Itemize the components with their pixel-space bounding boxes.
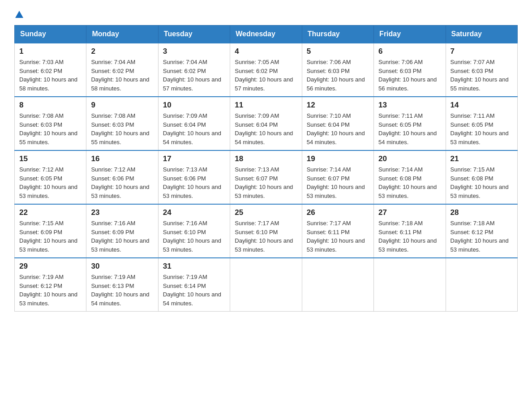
sunset-label: Sunset: 6:05 PM bbox=[378, 121, 421, 128]
daylight-label: Daylight: 10 hours and 53 minutes. bbox=[91, 184, 149, 199]
day-info: Sunrise: 7:09 AM Sunset: 6:04 PM Dayligh… bbox=[163, 111, 225, 146]
day-number: 6 bbox=[378, 47, 441, 56]
daylight-label: Daylight: 10 hours and 53 minutes. bbox=[378, 184, 437, 199]
sunrise-label: Sunrise: 7:09 AM bbox=[163, 112, 207, 119]
calendar-cell: 25 Sunrise: 7:17 AM Sunset: 6:10 PM Dayl… bbox=[230, 204, 302, 258]
col-header-sunday: Sunday bbox=[15, 26, 86, 43]
sunrise-label: Sunrise: 7:15 AM bbox=[450, 166, 495, 173]
daylight-label: Daylight: 10 hours and 54 minutes. bbox=[163, 291, 221, 307]
daylight-label: Daylight: 10 hours and 53 minutes. bbox=[19, 237, 77, 253]
day-number: 2 bbox=[91, 47, 153, 56]
daylight-label: Daylight: 10 hours and 54 minutes. bbox=[163, 130, 221, 146]
calendar-cell: 10 Sunrise: 7:09 AM Sunset: 6:04 PM Dayl… bbox=[158, 97, 230, 150]
daylight-label: Daylight: 10 hours and 56 minutes. bbox=[307, 76, 365, 92]
calendar-cell: 1 Sunrise: 7:03 AM Sunset: 6:02 PM Dayli… bbox=[15, 43, 86, 97]
col-header-monday: Monday bbox=[86, 26, 158, 43]
calendar-cell: 31 Sunrise: 7:19 AM Sunset: 6:14 PM Dayl… bbox=[158, 258, 230, 312]
daylight-label: Daylight: 10 hours and 54 minutes. bbox=[235, 130, 293, 146]
sunrise-label: Sunrise: 7:07 AM bbox=[450, 59, 495, 65]
calendar-cell: 22 Sunrise: 7:15 AM Sunset: 6:09 PM Dayl… bbox=[15, 204, 86, 258]
day-info: Sunrise: 7:06 AM Sunset: 6:03 PM Dayligh… bbox=[307, 58, 369, 93]
sunset-label: Sunset: 6:12 PM bbox=[450, 229, 493, 235]
day-info: Sunrise: 7:19 AM Sunset: 6:14 PM Dayligh… bbox=[163, 273, 225, 308]
day-info: Sunrise: 7:13 AM Sunset: 6:07 PM Dayligh… bbox=[235, 165, 297, 200]
day-info: Sunrise: 7:18 AM Sunset: 6:11 PM Dayligh… bbox=[378, 219, 441, 254]
daylight-label: Daylight: 10 hours and 57 minutes. bbox=[163, 76, 221, 92]
calendar-cell: 7 Sunrise: 7:07 AM Sunset: 6:03 PM Dayli… bbox=[446, 43, 517, 97]
sunset-label: Sunset: 6:07 PM bbox=[235, 175, 278, 182]
col-header-saturday: Saturday bbox=[446, 26, 517, 43]
day-number: 15 bbox=[19, 154, 82, 163]
day-number: 7 bbox=[450, 47, 513, 56]
calendar-cell: 9 Sunrise: 7:08 AM Sunset: 6:03 PM Dayli… bbox=[86, 97, 158, 150]
daylight-label: Daylight: 10 hours and 53 minutes. bbox=[235, 184, 293, 199]
day-info: Sunrise: 7:14 AM Sunset: 6:07 PM Dayligh… bbox=[307, 165, 369, 200]
day-info: Sunrise: 7:09 AM Sunset: 6:04 PM Dayligh… bbox=[235, 111, 297, 146]
daylight-label: Daylight: 10 hours and 53 minutes. bbox=[307, 237, 365, 253]
calendar-cell: 20 Sunrise: 7:14 AM Sunset: 6:08 PM Dayl… bbox=[374, 150, 446, 204]
calendar-cell: 15 Sunrise: 7:12 AM Sunset: 6:05 PM Dayl… bbox=[15, 150, 86, 204]
sunrise-label: Sunrise: 7:08 AM bbox=[91, 112, 135, 119]
daylight-label: Daylight: 10 hours and 58 minutes. bbox=[19, 76, 77, 92]
calendar-cell bbox=[446, 258, 517, 312]
sunrise-label: Sunrise: 7:11 AM bbox=[378, 112, 423, 119]
calendar-cell: 6 Sunrise: 7:06 AM Sunset: 6:03 PM Dayli… bbox=[374, 43, 446, 97]
calendar-cell bbox=[302, 258, 373, 312]
col-header-friday: Friday bbox=[374, 26, 446, 43]
day-info: Sunrise: 7:04 AM Sunset: 6:02 PM Dayligh… bbox=[91, 58, 153, 93]
calendar-cell: 13 Sunrise: 7:11 AM Sunset: 6:05 PM Dayl… bbox=[374, 97, 446, 150]
day-info: Sunrise: 7:03 AM Sunset: 6:02 PM Dayligh… bbox=[19, 58, 82, 93]
day-number: 12 bbox=[307, 101, 369, 110]
col-header-wednesday: Wednesday bbox=[230, 26, 302, 43]
day-number: 21 bbox=[450, 154, 513, 163]
daylight-label: Daylight: 10 hours and 56 minutes. bbox=[378, 76, 437, 92]
sunrise-label: Sunrise: 7:19 AM bbox=[19, 274, 64, 280]
sunset-label: Sunset: 6:13 PM bbox=[91, 283, 134, 289]
calendar-cell: 14 Sunrise: 7:11 AM Sunset: 6:05 PM Dayl… bbox=[446, 97, 517, 150]
daylight-label: Daylight: 10 hours and 54 minutes. bbox=[378, 130, 437, 146]
day-info: Sunrise: 7:19 AM Sunset: 6:13 PM Dayligh… bbox=[91, 273, 153, 308]
sunset-label: Sunset: 6:11 PM bbox=[307, 229, 350, 235]
calendar-cell: 16 Sunrise: 7:12 AM Sunset: 6:06 PM Dayl… bbox=[86, 150, 158, 204]
sunrise-label: Sunrise: 7:18 AM bbox=[378, 220, 423, 227]
day-number: 19 bbox=[307, 154, 369, 163]
week-row-1: 1 Sunrise: 7:03 AM Sunset: 6:02 PM Dayli… bbox=[15, 43, 518, 97]
sunset-label: Sunset: 6:11 PM bbox=[378, 229, 421, 235]
sunset-label: Sunset: 6:02 PM bbox=[163, 68, 206, 74]
day-info: Sunrise: 7:19 AM Sunset: 6:12 PM Dayligh… bbox=[19, 273, 82, 308]
calendar-cell: 29 Sunrise: 7:19 AM Sunset: 6:12 PM Dayl… bbox=[15, 258, 86, 312]
daylight-label: Daylight: 10 hours and 53 minutes. bbox=[91, 237, 149, 253]
sunrise-label: Sunrise: 7:11 AM bbox=[450, 112, 495, 119]
day-number: 26 bbox=[307, 208, 369, 217]
day-info: Sunrise: 7:07 AM Sunset: 6:03 PM Dayligh… bbox=[450, 58, 513, 93]
day-number: 5 bbox=[307, 47, 369, 56]
day-number: 3 bbox=[163, 47, 225, 56]
calendar-cell: 12 Sunrise: 7:10 AM Sunset: 6:04 PM Dayl… bbox=[302, 97, 373, 150]
calendar-table: SundayMondayTuesdayWednesdayThursdayFrid… bbox=[14, 25, 518, 312]
daylight-label: Daylight: 10 hours and 53 minutes. bbox=[19, 184, 77, 199]
calendar-cell: 23 Sunrise: 7:16 AM Sunset: 6:09 PM Dayl… bbox=[86, 204, 158, 258]
sunrise-label: Sunrise: 7:06 AM bbox=[307, 59, 351, 65]
sunset-label: Sunset: 6:05 PM bbox=[19, 175, 62, 182]
day-info: Sunrise: 7:17 AM Sunset: 6:11 PM Dayligh… bbox=[307, 219, 369, 254]
calendar-cell: 26 Sunrise: 7:17 AM Sunset: 6:11 PM Dayl… bbox=[302, 204, 373, 258]
daylight-label: Daylight: 10 hours and 54 minutes. bbox=[91, 291, 149, 307]
sunrise-label: Sunrise: 7:09 AM bbox=[235, 112, 279, 119]
day-info: Sunrise: 7:15 AM Sunset: 6:09 PM Dayligh… bbox=[19, 219, 82, 254]
day-info: Sunrise: 7:11 AM Sunset: 6:05 PM Dayligh… bbox=[378, 111, 441, 146]
sunrise-label: Sunrise: 7:05 AM bbox=[235, 59, 279, 65]
sunset-label: Sunset: 6:02 PM bbox=[19, 68, 62, 74]
col-header-tuesday: Tuesday bbox=[158, 26, 230, 43]
day-number: 10 bbox=[163, 101, 225, 110]
sunrise-label: Sunrise: 7:19 AM bbox=[91, 274, 135, 280]
day-info: Sunrise: 7:08 AM Sunset: 6:03 PM Dayligh… bbox=[19, 111, 82, 146]
calendar-cell: 27 Sunrise: 7:18 AM Sunset: 6:11 PM Dayl… bbox=[374, 204, 446, 258]
sunrise-label: Sunrise: 7:19 AM bbox=[163, 274, 207, 280]
sunset-label: Sunset: 6:09 PM bbox=[91, 229, 134, 235]
day-number: 25 bbox=[235, 208, 297, 217]
sunset-label: Sunset: 6:10 PM bbox=[163, 229, 206, 235]
calendar-cell: 11 Sunrise: 7:09 AM Sunset: 6:04 PM Dayl… bbox=[230, 97, 302, 150]
week-row-3: 15 Sunrise: 7:12 AM Sunset: 6:05 PM Dayl… bbox=[15, 150, 518, 204]
day-number: 22 bbox=[19, 208, 82, 217]
calendar-cell: 17 Sunrise: 7:13 AM Sunset: 6:06 PM Dayl… bbox=[158, 150, 230, 204]
